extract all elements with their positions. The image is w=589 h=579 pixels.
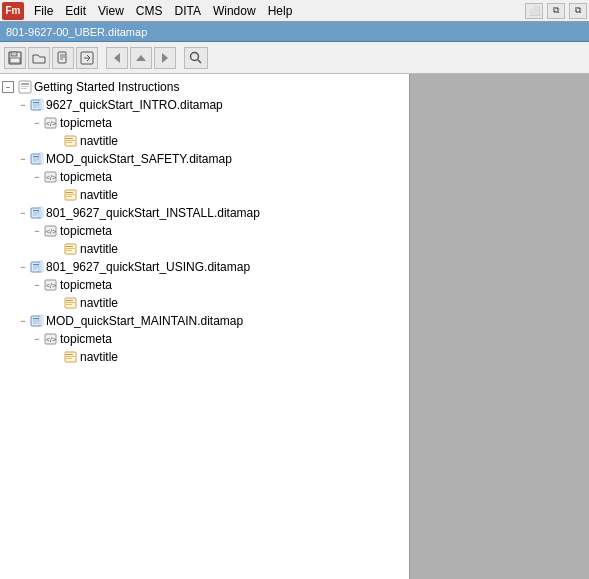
element-icon-3: </> <box>44 224 58 238</box>
expand-install-topicmeta[interactable]: − <box>32 226 42 236</box>
svg-rect-17 <box>21 88 27 89</box>
svg-rect-61 <box>66 304 72 305</box>
svg-rect-55 <box>39 261 43 272</box>
expand-safety[interactable]: − <box>18 154 28 164</box>
node-install-label: 801_9627_quickStart_INSTALL.ditamap <box>46 206 260 220</box>
node-install-ditamap[interactable]: − 801_9627_quickStart_INSTALL.ditamap <box>0 204 409 222</box>
node-using-topicmeta[interactable]: − </> topicmeta <box>0 276 409 294</box>
svg-line-13 <box>198 59 202 63</box>
expand-intro[interactable]: − <box>18 100 28 110</box>
svg-rect-50 <box>66 250 72 251</box>
leaf-icon-2 <box>64 188 78 202</box>
node-maintain-navtitle-label: navtitle <box>80 350 118 364</box>
window-restore-btn[interactable]: ⬜ <box>525 3 543 19</box>
save-button[interactable] <box>4 47 26 69</box>
node-intro-topicmeta-label: topicmeta <box>60 116 112 130</box>
svg-rect-2 <box>10 58 20 63</box>
node-maintain-topicmeta[interactable]: − </> topicmeta <box>0 330 409 348</box>
nav-up-button[interactable] <box>130 47 152 69</box>
expand-install[interactable]: − <box>18 208 28 218</box>
open-button[interactable] <box>28 47 50 69</box>
menu-dita[interactable]: DITA <box>169 2 207 20</box>
ditamap-icon-5 <box>30 314 44 328</box>
node-install-topicmeta-label: topicmeta <box>60 224 112 238</box>
menu-bar: Fm File Edit View CMS DITA Window Help ⬜… <box>0 0 589 22</box>
node-safety-navtitle[interactable]: navtitle <box>0 186 409 204</box>
tree-panel[interactable]: − Getting Started Instructions − <box>0 74 410 579</box>
leaf-icon-4 <box>64 296 78 310</box>
node-maintain-topicmeta-label: topicmeta <box>60 332 112 346</box>
node-using-ditamap[interactable]: − 801_9627_quickStart_USING.ditamap <box>0 258 409 276</box>
fm-logo: Fm <box>2 2 24 20</box>
svg-rect-49 <box>66 248 75 249</box>
menu-cms[interactable]: CMS <box>130 2 169 20</box>
node-using-navtitle[interactable]: navtitle <box>0 294 409 312</box>
export-button[interactable] <box>76 47 98 69</box>
element-icon-2: </> <box>44 170 58 184</box>
node-intro-label: 9627_quickStart_INTRO.ditamap <box>46 98 223 112</box>
element-icon-1: </> <box>44 116 58 130</box>
node-install-navtitle-label: navtitle <box>80 242 118 256</box>
expand-using-topicmeta[interactable]: − <box>32 280 42 290</box>
doc-title-bar: 801-9627-00_UBER.ditamap <box>0 22 589 42</box>
menu-help[interactable]: Help <box>262 2 299 20</box>
svg-rect-15 <box>21 83 29 85</box>
svg-marker-9 <box>114 53 120 63</box>
svg-text:</>: </> <box>46 228 56 235</box>
root-node[interactable]: − Getting Started Instructions <box>0 78 409 96</box>
root-collapse-btn[interactable]: − <box>2 81 14 93</box>
svg-text:</>: </> <box>46 336 56 343</box>
root-book-icon <box>18 80 32 94</box>
window-cascade-btn[interactable]: ⧉ <box>569 3 587 19</box>
menu-window[interactable]: Window <box>207 2 262 20</box>
nav-prev-button[interactable] <box>106 47 128 69</box>
svg-rect-70 <box>66 354 73 355</box>
node-safety-ditamap[interactable]: − MOD_quickStart_SAFETY.ditamap <box>0 150 409 168</box>
right-panel <box>410 74 589 579</box>
node-maintain-navtitle[interactable]: navtitle <box>0 348 409 366</box>
search-button[interactable] <box>184 47 208 69</box>
window-tile-btn[interactable]: ⧉ <box>547 3 565 19</box>
node-intro-topicmeta[interactable]: − </> topicmeta <box>0 114 409 132</box>
menu-edit[interactable]: Edit <box>59 2 92 20</box>
svg-rect-26 <box>66 138 73 139</box>
svg-rect-31 <box>33 159 39 160</box>
node-safety-topicmeta-label: topicmeta <box>60 170 112 184</box>
element-icon-4: </> <box>44 278 58 292</box>
root-label: Getting Started Instructions <box>34 80 179 94</box>
svg-marker-11 <box>162 53 168 63</box>
expand-maintain-topicmeta[interactable]: − <box>32 334 42 344</box>
new-button[interactable] <box>52 47 74 69</box>
svg-rect-38 <box>66 194 75 195</box>
svg-rect-3 <box>58 52 66 63</box>
menu-view[interactable]: View <box>92 2 130 20</box>
element-icon-5: </> <box>44 332 58 346</box>
svg-rect-52 <box>33 264 39 265</box>
svg-rect-21 <box>33 107 37 108</box>
ditamap-icon-2 <box>30 152 44 166</box>
menu-file[interactable]: File <box>28 2 59 20</box>
svg-rect-16 <box>21 86 29 87</box>
expand-safety-topicmeta[interactable]: − <box>32 172 42 182</box>
nav-next-button[interactable] <box>154 47 176 69</box>
leaf-icon-3 <box>64 242 78 256</box>
node-intro-ditamap[interactable]: − 9627_quickStart_INTRO.ditamap <box>0 96 409 114</box>
node-safety-topicmeta[interactable]: − </> topicmeta <box>0 168 409 186</box>
svg-rect-42 <box>33 213 39 214</box>
node-install-topicmeta[interactable]: − </> topicmeta <box>0 222 409 240</box>
expand-using[interactable]: − <box>18 262 28 272</box>
svg-text:</>: </> <box>46 174 56 181</box>
node-maintain-ditamap[interactable]: − MOD_quickStart_MAINTAIN.ditamap <box>0 312 409 330</box>
svg-rect-39 <box>66 196 72 197</box>
node-intro-navtitle[interactable]: navtitle <box>0 132 409 150</box>
svg-rect-37 <box>66 192 73 193</box>
svg-rect-19 <box>33 102 39 103</box>
node-using-navtitle-label: navtitle <box>80 296 118 310</box>
svg-rect-27 <box>66 140 75 141</box>
svg-rect-33 <box>39 153 43 164</box>
ditamap-icon-3 <box>30 206 44 220</box>
expand-intro-topicmeta[interactable]: − <box>32 118 42 128</box>
svg-rect-66 <box>39 315 43 326</box>
expand-maintain[interactable]: − <box>18 316 28 326</box>
node-install-navtitle[interactable]: navtitle <box>0 240 409 258</box>
